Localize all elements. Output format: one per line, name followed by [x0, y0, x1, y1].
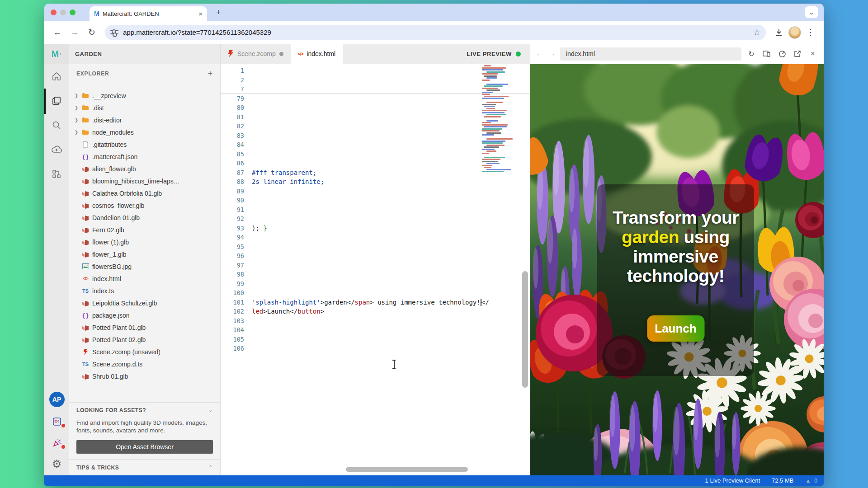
- user-avatar[interactable]: AP: [49, 392, 65, 407]
- assets-header[interactable]: LOOKING FOR ASSETS? ⌄: [76, 407, 213, 413]
- file-row[interactable]: { }package.json: [69, 309, 220, 321]
- node-graph-button[interactable]: [44, 162, 69, 186]
- minimap[interactable]: [480, 65, 520, 175]
- preview-open-external-button[interactable]: [792, 50, 803, 57]
- code-line[interactable]: 103: [221, 316, 530, 326]
- preview-forward-button[interactable]: →: [548, 49, 556, 58]
- file-name: package.json: [92, 312, 130, 319]
- code-line[interactable]: 882s linear infinite;: [221, 177, 530, 187]
- tips-panel-header[interactable]: TIPS & TRICKS ⌃: [69, 459, 220, 475]
- file-row[interactable]: ❯.__zpreview: [69, 89, 220, 102]
- preview-performance-button[interactable]: [777, 50, 788, 57]
- file-row[interactable]: alien_flower.glb: [69, 163, 220, 175]
- mattercraft-menu-button[interactable]: M ›: [44, 44, 69, 64]
- whats-new-button[interactable]: [44, 415, 69, 428]
- tab-scene-zcomp[interactable]: Scene.zcomp: [221, 44, 291, 64]
- file-row[interactable]: </>index.html: [69, 272, 220, 285]
- downloads-button[interactable]: [771, 25, 787, 40]
- file-row[interactable]: ❯.dist: [69, 102, 220, 114]
- file-row[interactable]: TSindex.ts: [69, 285, 220, 297]
- code-line[interactable]: 94: [221, 233, 530, 242]
- browser-menu-button[interactable]: ⋮: [803, 25, 818, 40]
- chevron-right-icon[interactable]: ❯: [73, 117, 80, 122]
- home-button[interactable]: [44, 64, 69, 89]
- code-line[interactable]: 104: [221, 325, 530, 335]
- close-tab-icon[interactable]: ×: [198, 10, 203, 18]
- browser-profile-avatar[interactable]: [788, 26, 801, 39]
- search-button[interactable]: [44, 113, 69, 137]
- open-asset-browser-button[interactable]: Open Asset Browser: [76, 440, 213, 454]
- code-line[interactable]: 99: [221, 279, 530, 289]
- file-row[interactable]: Shrub 01.glb: [69, 370, 220, 382]
- chevron-right-icon[interactable]: ❯: [73, 93, 80, 98]
- code-line[interactable]: 101'splash-highlight'>garden</span> usin…: [221, 298, 530, 307]
- file-row[interactable]: .gitattributes: [69, 138, 220, 150]
- file-row[interactable]: blooming_hibiscus_time-laps…: [69, 175, 220, 187]
- project-files-button[interactable]: [44, 89, 69, 113]
- code-line[interactable]: 95: [221, 242, 530, 252]
- file-row[interactable]: ❯.dist-editor: [69, 114, 220, 126]
- preview-close-button[interactable]: ×: [807, 50, 818, 58]
- code-line[interactable]: 91: [221, 205, 530, 215]
- editor-horizontal-scrollbar[interactable]: [346, 467, 468, 472]
- file-row[interactable]: { }.mattercraft.json: [69, 150, 220, 163]
- file-row[interactable]: Dandelion 01.glb: [69, 211, 220, 224]
- code-line[interactable]: 96: [221, 251, 530, 261]
- code-line[interactable]: 98: [221, 270, 530, 279]
- warnings-status[interactable]: ▲ 0: [805, 478, 817, 484]
- preview-back-button[interactable]: ←: [536, 49, 543, 58]
- code-line[interactable]: 90: [221, 196, 530, 205]
- code-line[interactable]: 97: [221, 261, 530, 270]
- back-button[interactable]: ←: [50, 25, 65, 40]
- code-line[interactable]: 89: [221, 187, 530, 196]
- explorer-title: EXPLORER: [76, 70, 109, 77]
- file-row[interactable]: Potted Plant 01.glb: [69, 321, 220, 333]
- file-row[interactable]: Leipoldtia Schultzei.glb: [69, 297, 220, 309]
- file-row[interactable]: Potted Plant 02.glb: [69, 333, 220, 346]
- cloud-sync-button[interactable]: [44, 137, 69, 162]
- code-line[interactable]: 105: [221, 335, 530, 344]
- file-row[interactable]: Scene.zcomp (unsaved): [69, 346, 220, 358]
- code-line[interactable]: 100: [221, 288, 530, 298]
- new-tab-button[interactable]: +: [212, 7, 224, 17]
- file-row[interactable]: Calathea Orbifolia 01.glb: [69, 187, 220, 199]
- memory-status: 72.5 MB: [772, 477, 793, 484]
- bookmark-star-icon[interactable]: ☆: [753, 28, 760, 38]
- launch-button[interactable]: Launch: [647, 315, 704, 342]
- hero-line4: technology!: [627, 266, 725, 286]
- celebrations-button[interactable]: [44, 436, 69, 450]
- editor-vertical-scrollbar[interactable]: [522, 271, 528, 388]
- code-line[interactable]: 93); }: [221, 224, 530, 233]
- code-editor[interactable]: 127798081828384858687#fff transparent;88…: [221, 64, 530, 475]
- file-row[interactable]: cosmos_flower.glb: [69, 199, 220, 211]
- model-3d-icon: [82, 300, 89, 306]
- preview-device-button[interactable]: [761, 50, 772, 57]
- chevron-right-icon[interactable]: ❯: [73, 130, 80, 135]
- maximize-window-button[interactable]: [70, 9, 75, 15]
- preview-address-field[interactable]: index.html: [560, 47, 741, 61]
- site-settings-icon[interactable]: [110, 28, 118, 37]
- omnibox[interactable]: app.mattercraft.io/?state=77014256113620…: [105, 25, 766, 40]
- browser-tab[interactable]: M Mattercraft: GARDEN ×: [90, 6, 207, 21]
- chevron-right-icon[interactable]: ❯: [73, 105, 80, 110]
- tab-search-button[interactable]: ⌄: [805, 6, 818, 18]
- code-line[interactable]: 106: [221, 344, 530, 353]
- close-window-button[interactable]: [51, 9, 57, 15]
- file-row[interactable]: ❯node_modules: [69, 126, 220, 138]
- file-row[interactable]: flower_1.glb: [69, 248, 220, 260]
- code-line[interactable]: 92: [221, 214, 530, 224]
- minimize-window-button[interactable]: [60, 9, 66, 15]
- file-row[interactable]: flowersBG.jpg: [69, 260, 220, 272]
- file-row[interactable]: flower (1).glb: [69, 236, 220, 248]
- settings-button[interactable]: ⚙: [44, 457, 69, 471]
- file-row[interactable]: Fern 02.glb: [69, 224, 220, 236]
- file-row[interactable]: TSScene.zcomp.d.ts: [69, 358, 220, 370]
- tab-index-html[interactable]: </> index.html: [291, 44, 343, 64]
- reload-button[interactable]: ↻: [84, 25, 99, 40]
- model-3d-icon: [82, 251, 89, 258]
- code-line[interactable]: 102led>Launch</button>: [221, 307, 530, 316]
- forward-button[interactable]: →: [67, 25, 82, 40]
- add-file-button[interactable]: +: [208, 69, 213, 79]
- url-text[interactable]: app.mattercraft.io/?state=77014256113620…: [123, 28, 749, 36]
- preview-reload-button[interactable]: ↻: [746, 50, 757, 58]
